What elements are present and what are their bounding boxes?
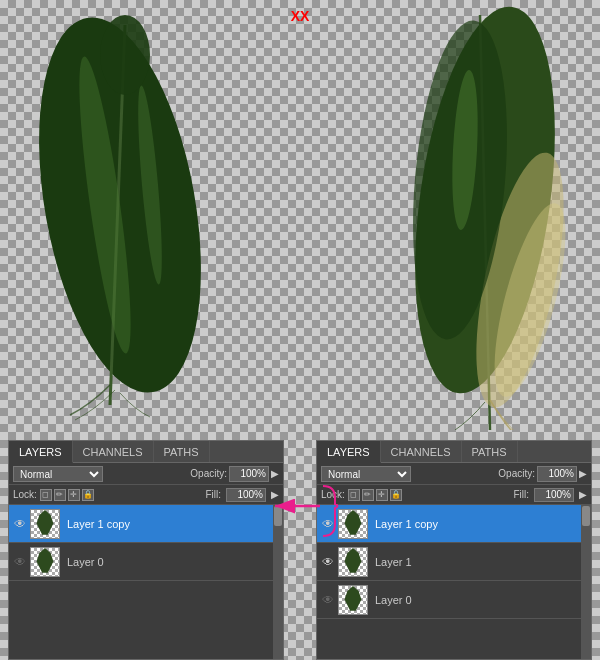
right-feather xyxy=(375,0,585,430)
right-opacity-input[interactable] xyxy=(537,466,577,482)
right-lock-all[interactable]: 🔒 xyxy=(390,489,402,501)
right-panel: LAYERS CHANNELS PATHS Normal Multiply Sc… xyxy=(316,440,592,660)
right-layer-row-1[interactable]: 👁 Layer 1 xyxy=(317,543,581,581)
left-blend-mode-select[interactable]: Normal Multiply Screen xyxy=(13,466,103,482)
left-panel: LAYERS CHANNELS PATHS Normal Multiply Sc… xyxy=(8,440,284,660)
right-eye-icon-2[interactable]: 👁 xyxy=(321,593,335,607)
left-layer-name-0: Layer 1 copy xyxy=(63,518,269,530)
right-lock-icons: ◻ ✏ ✛ 🔒 xyxy=(348,489,402,501)
right-fill-arrow[interactable]: ▶ xyxy=(579,489,587,500)
svg-point-11 xyxy=(100,15,150,95)
left-layer-row-1[interactable]: 👁 Layer 0 xyxy=(9,543,273,581)
right-scrollbar[interactable] xyxy=(581,505,591,659)
left-lock-row: Lock: ◻ ✏ ✛ 🔒 Fill: ▶ xyxy=(9,485,283,505)
right-layer-row-2[interactable]: 👁 Layer 0 xyxy=(317,581,581,619)
left-lock-all[interactable]: 🔒 xyxy=(82,489,94,501)
right-tab-layers[interactable]: LAYERS xyxy=(317,441,381,463)
right-layer-thumb-2 xyxy=(338,585,368,615)
right-lock-pixels[interactable]: ✏ xyxy=(362,489,374,501)
right-tab-paths[interactable]: PATHS xyxy=(462,441,518,462)
left-panel-tabs: LAYERS CHANNELS PATHS xyxy=(9,441,283,463)
canvas-area: XX xyxy=(0,0,600,430)
left-empty-space xyxy=(9,581,273,621)
right-fill-label: Fill: xyxy=(513,489,529,500)
right-blend-row: Normal Multiply Screen Opacity: ▶ xyxy=(317,463,591,485)
right-layers-area: 👁 Layer 1 copy 👁 Layer 1 xyxy=(317,505,591,659)
right-layer-name-1: Layer 1 xyxy=(371,556,577,568)
left-lock-transparent[interactable]: ◻ xyxy=(40,489,52,501)
left-lock-label: Lock: xyxy=(13,489,37,500)
right-layer-name-2: Layer 0 xyxy=(371,594,577,606)
right-scroll-thumb[interactable] xyxy=(582,506,590,526)
left-layers-area: 👁 Layer 1 copy 👁 Layer 0 xyxy=(9,505,283,659)
xx-marker: XX xyxy=(291,8,310,24)
right-eye-icon-1[interactable]: 👁 xyxy=(321,555,335,569)
right-fill-input[interactable] xyxy=(534,488,574,502)
brace-arrow-annotation xyxy=(255,476,355,546)
panels-container: LAYERS CHANNELS PATHS Normal Multiply Sc… xyxy=(0,440,600,660)
left-layer-thumb-1 xyxy=(30,547,60,577)
right-lock-position[interactable]: ✛ xyxy=(376,489,388,501)
left-tab-layers[interactable]: LAYERS xyxy=(9,441,73,463)
left-fill-label: Fill: xyxy=(205,489,221,500)
right-opacity-arrow[interactable]: ▶ xyxy=(579,468,587,479)
left-tab-paths[interactable]: PATHS xyxy=(154,441,210,462)
right-tab-channels[interactable]: CHANNELS xyxy=(381,441,462,462)
left-lock-pixels[interactable]: ✏ xyxy=(54,489,66,501)
right-layer-name-0: Layer 1 copy xyxy=(371,518,577,530)
left-layer-name-1: Layer 0 xyxy=(63,556,269,568)
left-lock-icons: ◻ ✏ ✛ 🔒 xyxy=(40,489,94,501)
left-blend-row: Normal Multiply Screen Opacity: ▶ xyxy=(9,463,283,485)
right-lock-row: Lock: ◻ ✏ ✛ 🔒 Fill: ▶ xyxy=(317,485,591,505)
right-opacity-label: Opacity: xyxy=(498,468,535,479)
left-eye-icon-1[interactable]: 👁 xyxy=(13,555,27,569)
right-layer-thumb-1 xyxy=(338,547,368,577)
left-layers-list: 👁 Layer 1 copy 👁 Layer 0 xyxy=(9,505,273,659)
right-layers-list: 👁 Layer 1 copy 👁 Layer 1 xyxy=(317,505,581,659)
right-panel-tabs: LAYERS CHANNELS PATHS xyxy=(317,441,591,463)
left-layer-thumb-0 xyxy=(30,509,60,539)
right-layer-row-0[interactable]: 👁 Layer 1 copy xyxy=(317,505,581,543)
left-tab-channels[interactable]: CHANNELS xyxy=(73,441,154,462)
left-opacity-label: Opacity: xyxy=(190,468,227,479)
left-layer-row-0[interactable]: 👁 Layer 1 copy xyxy=(9,505,273,543)
left-eye-icon-0[interactable]: 👁 xyxy=(13,517,27,531)
left-feather xyxy=(20,5,240,425)
left-lock-position[interactable]: ✛ xyxy=(68,489,80,501)
